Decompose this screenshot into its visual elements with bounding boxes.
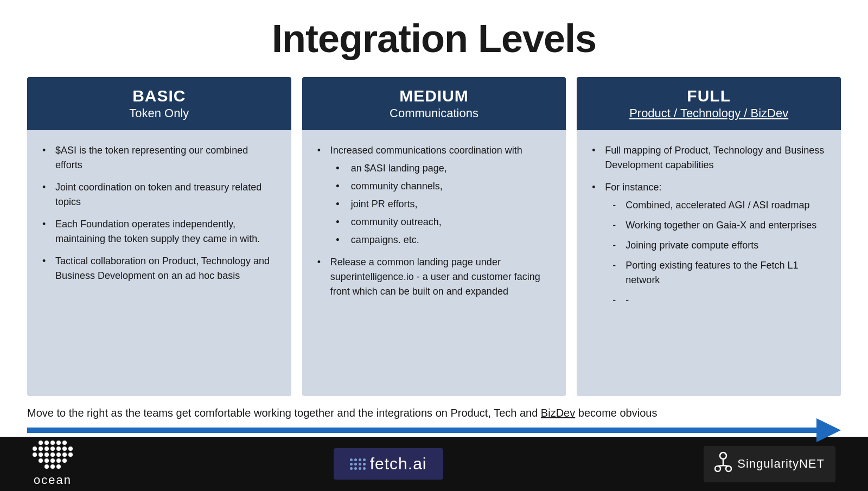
list-item: Each Foundation operates independently, …	[42, 217, 276, 246]
cards-container: BASIC Token Only $ASI is the token repre…	[27, 77, 841, 396]
card-basic-body: $ASI is the token representing our combi…	[27, 130, 291, 396]
list-item: $ASI is the token representing our combi…	[42, 143, 276, 173]
list-item: Working together on Gaia-X and enterpris…	[610, 218, 826, 233]
fetch-label: fetch.ai	[370, 455, 427, 473]
card-medium: MEDIUM Communications Increased communic…	[302, 77, 566, 396]
svg-line-5	[723, 466, 729, 466]
medium-sub-list: an $ASI landing page, community channels…	[336, 161, 551, 247]
card-full-header: FULL Product / Technology / BizDev	[577, 77, 841, 130]
bizdev-underlined: BizDev	[541, 407, 575, 419]
card-full-subtitle: Product / Technology / BizDev	[588, 106, 830, 120]
list-item: Increased communications coordination wi…	[317, 143, 551, 247]
footer: ocean fetch.ai SingularityNET	[0, 437, 868, 491]
fetch-grid-icon	[350, 458, 366, 470]
list-item: Combined, accelerated AGI / ASI roadmap	[610, 198, 826, 213]
card-full-title: FULL	[588, 87, 830, 105]
svg-point-2	[715, 466, 720, 471]
singularity-label: SingularityNET	[737, 457, 825, 471]
arrow-container	[27, 424, 841, 437]
list-item: Full mapping of Product, Technology and …	[592, 143, 826, 173]
card-medium-subtitle: Communications	[313, 106, 556, 120]
list-item: community channels,	[336, 179, 551, 194]
page-title: Integration Levels	[27, 16, 841, 61]
ocean-label: ocean	[34, 473, 72, 487]
card-full: FULL Product / Technology / BizDev Full …	[577, 77, 841, 396]
bottom-section: Move to the right as the teams get comfo…	[0, 401, 868, 437]
card-full-body: Full mapping of Product, Technology and …	[577, 130, 841, 396]
card-basic-title: BASIC	[38, 87, 280, 105]
list-item: For instance: Combined, accelerated AGI …	[592, 180, 826, 308]
ocean-dots-icon	[33, 441, 73, 469]
card-medium-body: Increased communications coordination wi…	[302, 130, 566, 396]
list-item: joint PR efforts,	[336, 197, 551, 212]
card-basic-subtitle: Token Only	[38, 106, 280, 120]
list-item: community outreach,	[336, 215, 551, 229]
card-medium-list: Increased communications coordination wi…	[317, 143, 551, 299]
card-basic-list: $ASI is the token representing our combi…	[42, 143, 276, 283]
singularity-icon	[714, 451, 732, 477]
card-full-list: Full mapping of Product, Technology and …	[592, 143, 826, 308]
list-item: Release a common landing page under supe…	[317, 255, 551, 299]
list-item: Tactical collaboration on Product, Techn…	[42, 254, 276, 283]
list-item: -	[610, 293, 826, 308]
svg-point-0	[720, 452, 726, 459]
arrow-line	[27, 428, 819, 433]
singularity-logo: SingularityNET	[704, 446, 835, 482]
list-item: Joint coordination on token and treasury…	[42, 180, 276, 209]
ocean-logo: ocean	[33, 441, 73, 487]
full-dash-list: Combined, accelerated AGI / ASI roadmap …	[610, 198, 826, 308]
list-item: Porting existing features to the Fetch L…	[610, 258, 826, 288]
card-medium-header: MEDIUM Communications	[302, 77, 566, 130]
arrow-head	[816, 418, 841, 442]
bottom-text: Move to the right as the teams get comfo…	[27, 407, 841, 419]
fetch-logo: fetch.ai	[334, 448, 443, 480]
card-basic: BASIC Token Only $ASI is the token repre…	[27, 77, 291, 396]
card-basic-header: BASIC Token Only	[27, 77, 291, 130]
svg-line-4	[718, 466, 723, 466]
list-item: campaigns. etc.	[336, 233, 551, 247]
card-medium-title: MEDIUM	[313, 87, 556, 105]
svg-point-3	[726, 466, 731, 471]
list-item: Joining private compute efforts	[610, 238, 826, 253]
list-item: an $ASI landing page,	[336, 161, 551, 176]
main-content: Integration Levels BASIC Token Only $ASI…	[0, 0, 868, 401]
